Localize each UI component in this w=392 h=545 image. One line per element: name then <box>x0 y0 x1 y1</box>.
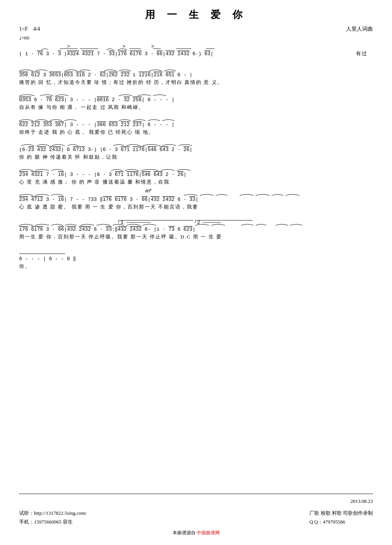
svg-text:i76  6i76  3 · 66|432  2432  6: i76 6i76 3 · 66|432 2432 6 · 33:‖432 243… <box>19 227 195 232</box>
meta-left: 1=F 4/4 <box>19 25 40 33</box>
svg-text:( i · 76  3 · 3 |4324 4321  7 : ( i · 76 3 · 3 |4324 4321 7 · 33|i76 6i7… <box>19 51 213 57</box>
footer-source: 本曲谱源自 中国曲谱网 <box>19 530 373 536</box>
tempo-row: ♩=60 <box>19 34 373 41</box>
footer-left-line1: 试听：http://1317822.5sing.com/ <box>19 509 87 517</box>
footer-left-line2: 手机：15975660065 容生 <box>19 517 87 526</box>
footer-right-line1: 厂歌 校歌 村歌 司歌创作录制 <box>309 509 373 517</box>
svg-text:心 里  充 满  感      激；         你 : 心 里 充 满 感 激； 你 的 声 音 播送着温 馨 和情意，在我 <box>19 179 170 185</box>
footer-left: 试听：http://1317822.5sing.com/ 手机：15975660… <box>19 509 87 527</box>
svg-text:2 ——————: 2 —————— <box>197 220 221 225</box>
score-container: text { font-family: "Courier New", monos… <box>19 43 373 478</box>
footer-right: 厂歌 校歌 村歌 司歌创作录制 Q Q：479705586 <box>309 509 373 527</box>
svg-text:mf: mf <box>145 188 152 194</box>
footer-date: 2013.08.23 <box>19 498 373 505</box>
source-prefix: 本曲谱源自 <box>173 530 196 535</box>
svg-text:6  -  -  -   | 6  -  -  0  ‖: 6 - - - | 6 - - 0 ‖ <box>19 256 76 262</box>
svg-text:用一生  爱    你，百到那一天  停止呼吸。我要 那一天: 用一生 爱 你，百到那一天 停止呼吸。我要 那一天 停止呼 吸。D.C 用 一 … <box>19 234 222 240</box>
meta-row: 1=F 4/4 人里人词曲 <box>19 25 373 33</box>
svg-text:356  6i2  3  3653|653  3i6  2 : 356 6i2 3 3653|653 3i6 2 · 62|262 232 i … <box>19 72 193 78</box>
footer: 2013.08.23 试听：http://1317822.5sing.com/ … <box>19 494 373 536</box>
footer-right-line2: Q Q：479705586 <box>309 517 373 526</box>
svg-text:自从有  缘   与你  相  遇，            : 自从有 缘 与你 相 遇， 一起走 过 风雨 和崎岖。 <box>19 104 144 110</box>
page-wrapper: 用 一 生 爱 你 1=F 4/4 人里人词曲 ♩=60 text { font… <box>15 8 377 536</box>
svg-text:0353  6 · 76  623|  3  -  -  -: 0353 6 · 76 623| 3 - - - |0616 2 · 32 25… <box>19 97 175 103</box>
svg-text:(6·23  432  2432| 6  67i2  3-): (6·23 432 2432| 6 67i2 3-) |6 · 3 67i ii… <box>19 147 193 153</box>
svg-text:234  47i2  3 · i6|  7  -  - 73: 234 47i2 3 · i6| 7 - - 733 ‖i76 6i76 3 ·… <box>19 197 198 202</box>
svg-text:痛苦的  回  忆，才知道今天要   珍   惜；有过  挫: 痛苦的 回 忆，才知道今天要 珍 惜；有过 挫折的 经 历，才明白 真情的 意 … <box>19 79 223 85</box>
svg-text:有过: 有过 <box>356 51 368 56</box>
time-label: 4/4 <box>33 26 40 32</box>
key-label: 1=F <box>19 26 28 32</box>
svg-text:你。: 你。 <box>19 263 31 269</box>
svg-text:心 底  渗 透  甜       蜜。    我要  用 : 心 底 渗 透 甜 蜜。 我要 用 一 生 爱 你，百到那一天 不能言语，我要 <box>19 204 198 210</box>
source-name: 中国曲谱网 <box>197 530 220 535</box>
svg-text:622  2i2  353  367|  3  -  -  : 622 2i2 353 367| 3 - - - |366 653 2i2 23… <box>19 122 175 128</box>
author-label: 人里人词曲 <box>346 25 373 33</box>
footer-info: 试听：http://1317822.5sing.com/ 手机：15975660… <box>19 509 373 527</box>
svg-text:你终于  走进  我 的  心     底，        : 你终于 走进 我 的 心 底， 我爱你 已 经死心 塌 地。 <box>19 129 154 135</box>
tempo-label: ♩=60 <box>19 34 29 41</box>
svg-text:234  432i  7 · i6|  3  -  -  -: 234 432i 7 · i6| 3 - - - |6 · 3 67i ii76… <box>19 172 186 177</box>
song-title: 用 一 生 爱 你 <box>19 8 373 21</box>
svg-text:你 的 眼 神   传递着关 怀  和鼓励，让我: 你 的 眼 神 传递着关 怀 和鼓励，让我 <box>19 154 118 160</box>
score-svg: text { font-family: "Courier New", monos… <box>19 43 381 476</box>
svg-text:>: > <box>67 44 70 49</box>
